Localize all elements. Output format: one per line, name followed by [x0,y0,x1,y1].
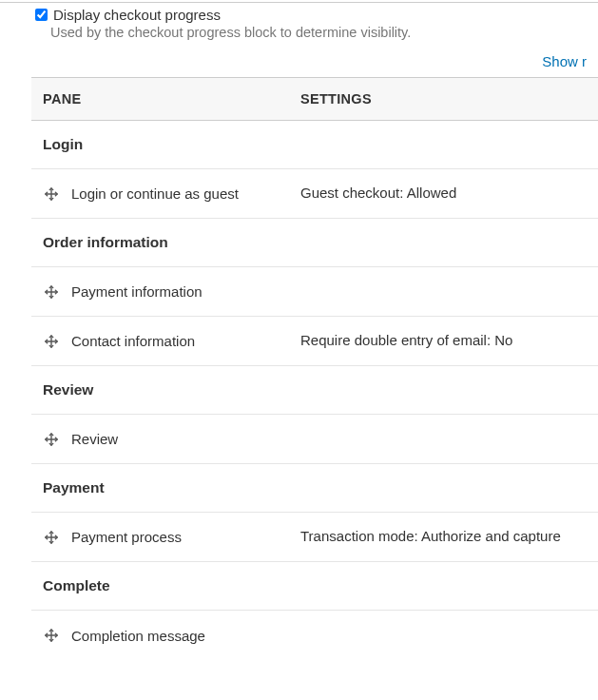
drag-handle-icon[interactable] [43,531,60,544]
table-row: Login or continue as guestGuest checkout… [31,169,598,219]
pane-cell: Payment information [31,268,289,315]
pane-cell: Completion message [31,612,289,659]
show-row-weights-link[interactable]: Show r [542,53,587,69]
table-header: PANE SETTINGS [31,78,598,121]
pane-cell: Review [31,416,289,462]
table-row: Completion message [31,611,598,660]
table-row: Review [31,415,598,464]
section-header: Review [31,366,598,415]
section-header: Payment [31,464,598,513]
settings-cell: Guest checkout: Allowed [289,170,598,216]
section-header: Order information [31,219,598,267]
settings-cell: Require double entry of email: No [289,318,598,363]
pane-cell: Contact information [31,318,289,364]
section-header: Complete [31,562,598,611]
display-checkout-progress-label: Display checkout progress [53,7,221,23]
settings-cell [289,622,598,649]
drag-handle-icon[interactable] [43,285,60,299]
pane-cell: Payment process [31,514,289,560]
pane-label: Payment information [71,282,203,301]
drag-handle-icon[interactable] [43,629,60,642]
display-checkout-progress-description: Used by the checkout progress block to d… [0,25,598,48]
table-row: Payment processTransaction mode: Authori… [31,513,598,562]
panes-table: PANE SETTINGS Login Login or continue as… [31,77,598,660]
pane-label: Review [71,429,118,449]
pane-label: Contact information [71,331,195,351]
display-checkout-progress-checkbox[interactable] [35,9,48,21]
column-header-settings: SETTINGS [289,78,598,120]
pane-label: Login or continue as guest [71,184,239,204]
pane-cell: Login or continue as guest [31,170,289,217]
drag-handle-icon[interactable] [43,433,60,446]
table-row: Contact informationRequire double entry … [31,317,598,366]
settings-cell [289,426,598,453]
drag-handle-icon[interactable] [43,335,60,348]
column-header-pane: PANE [31,78,289,120]
drag-handle-icon[interactable] [43,187,60,201]
pane-label: Completion message [71,626,205,646]
table-row: Payment information [31,267,598,317]
display-checkout-progress-field: Display checkout progress [0,3,598,25]
section-header: Login [31,121,598,169]
settings-cell [289,279,598,305]
pane-label: Payment process [71,527,182,547]
settings-cell: Transaction mode: Authorize and capture [289,514,598,559]
